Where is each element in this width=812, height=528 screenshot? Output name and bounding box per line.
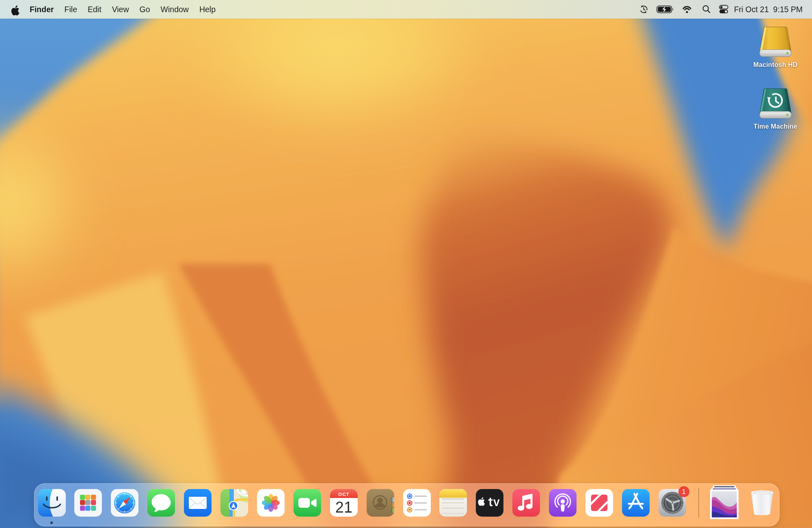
svg-text:21: 21 bbox=[335, 499, 352, 516]
svg-text:OCT: OCT bbox=[338, 492, 349, 497]
